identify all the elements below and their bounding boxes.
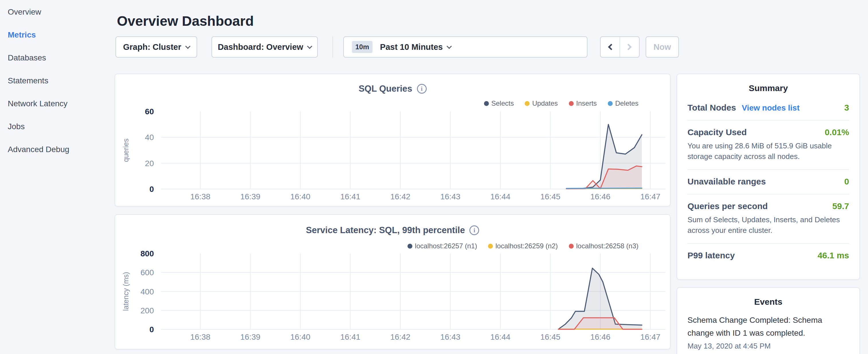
svg-text:16:40: 16:40 bbox=[290, 192, 310, 201]
sidebar-item-overview[interactable]: Overview bbox=[0, 1, 109, 24]
chevron-down-icon bbox=[185, 43, 190, 49]
chevron-down-icon bbox=[307, 43, 312, 49]
summary-row-description: Sum of Selects, Updates, Inserts, and De… bbox=[687, 215, 849, 236]
svg-text:20: 20 bbox=[145, 159, 154, 168]
svg-text:16:46: 16:46 bbox=[590, 332, 610, 342]
summary-row-value: 0.01% bbox=[825, 127, 849, 137]
event-item[interactable]: Schema Change Completed: Schema change w… bbox=[677, 310, 859, 351]
svg-text:60: 60 bbox=[145, 107, 154, 116]
event-text: Schema Change Completed: Schema change w… bbox=[687, 314, 849, 340]
svg-text:16:43: 16:43 bbox=[440, 332, 460, 342]
sidebar-item-jobs[interactable]: Jobs bbox=[0, 115, 109, 138]
sql-queries-chart-panel: SQL Queries i SelectsUpdatesInsertsDelet… bbox=[115, 74, 671, 206]
svg-text:16:40: 16:40 bbox=[290, 332, 310, 342]
svg-text:16:44: 16:44 bbox=[490, 332, 510, 342]
svg-text:16:44: 16:44 bbox=[490, 192, 510, 201]
svg-text:16:47: 16:47 bbox=[640, 332, 660, 342]
time-next-button[interactable] bbox=[620, 37, 639, 57]
summary-row-value: 59.7 bbox=[833, 201, 849, 211]
service-latency-chart[interactable]: 16:3816:3916:4016:4116:4216:4316:4416:45… bbox=[115, 215, 671, 350]
svg-text:16:42: 16:42 bbox=[390, 332, 410, 342]
sidebar-item-databases[interactable]: Databases bbox=[0, 46, 109, 69]
graph-dropdown[interactable]: Graph: Cluster bbox=[116, 36, 197, 58]
svg-text:latency (ms): latency (ms) bbox=[122, 272, 130, 311]
summary-row-label: P99 latency bbox=[687, 251, 735, 260]
events-panel: Events Schema Change Completed: Schema c… bbox=[677, 287, 860, 354]
sidebar-item-metrics[interactable]: Metrics bbox=[0, 24, 109, 46]
sidebar: Overview Metrics Databases Statements Ne… bbox=[0, 0, 109, 354]
summary-row-value: 46.1 ms bbox=[817, 251, 849, 260]
svg-text:200: 200 bbox=[141, 306, 154, 315]
summary-row-label: Capacity Used bbox=[687, 127, 747, 137]
svg-text:16:46: 16:46 bbox=[590, 192, 610, 201]
view-nodes-link[interactable]: View nodes list bbox=[742, 103, 800, 112]
summary-panel: Summary Total Nodes View nodes list 3 Ca… bbox=[677, 74, 860, 280]
time-pager bbox=[600, 36, 640, 58]
svg-text:16:39: 16:39 bbox=[240, 192, 260, 201]
time-range-badge: 10m bbox=[352, 41, 373, 53]
svg-text:600: 600 bbox=[141, 268, 154, 277]
svg-text:400: 400 bbox=[141, 287, 154, 296]
svg-text:16:45: 16:45 bbox=[540, 192, 560, 201]
chevron-down-icon bbox=[447, 43, 452, 49]
svg-text:queries: queries bbox=[122, 139, 130, 162]
summary-row-unavailable-ranges: Unavailable ranges 0 bbox=[687, 170, 849, 194]
service-latency-chart-panel: Service Latency: SQL, 99th percentile i … bbox=[115, 214, 671, 349]
events-heading: Events bbox=[677, 288, 859, 310]
chevron-right-icon bbox=[625, 44, 632, 51]
svg-text:16:42: 16:42 bbox=[390, 192, 410, 201]
sql-queries-chart[interactable]: 16:3816:3916:4016:4116:4216:4316:4416:45… bbox=[115, 74, 671, 207]
summary-row-p99-latency: P99 latency 46.1 ms bbox=[687, 244, 849, 268]
svg-text:0: 0 bbox=[149, 325, 154, 334]
summary-row-description: You are using 28.6 MiB of 515.9 GiB usab… bbox=[687, 141, 849, 162]
time-range-label: Past 10 Minutes bbox=[380, 42, 443, 52]
sidebar-item-advanced-debug[interactable]: Advanced Debug bbox=[0, 138, 109, 161]
app-root: Overview Metrics Databases Statements Ne… bbox=[0, 0, 868, 354]
summary-row-value: 3 bbox=[844, 103, 849, 112]
summary-row-queries-per-second: Queries per second 59.7 Sum of Selects, … bbox=[687, 194, 849, 244]
sidebar-item-statements[interactable]: Statements bbox=[0, 69, 109, 92]
summary-row-value: 0 bbox=[844, 177, 849, 187]
time-range-dropdown[interactable]: 10m Past 10 Minutes bbox=[343, 36, 587, 58]
summary-row-label: Queries per second bbox=[687, 201, 768, 211]
toolbar-divider bbox=[333, 36, 333, 58]
svg-text:16:38: 16:38 bbox=[190, 332, 210, 342]
page-title: Overview Dashboard bbox=[117, 13, 254, 29]
summary-row-capacity-used: Capacity Used 0.01% You are using 28.6 M… bbox=[687, 121, 849, 170]
svg-text:16:41: 16:41 bbox=[340, 192, 360, 201]
svg-text:16:43: 16:43 bbox=[440, 192, 460, 201]
svg-text:16:47: 16:47 bbox=[640, 192, 660, 201]
svg-text:16:39: 16:39 bbox=[240, 332, 260, 342]
graph-dropdown-label: Graph: Cluster bbox=[123, 42, 181, 52]
sidebar-item-network-latency[interactable]: Network Latency bbox=[0, 92, 109, 115]
summary-row-label: Unavailable ranges bbox=[687, 177, 766, 187]
summary-heading: Summary bbox=[677, 74, 859, 96]
summary-row-label: Total Nodes bbox=[687, 103, 736, 112]
event-timestamp: May 13, 2020 at 4:45 PM bbox=[687, 342, 849, 351]
svg-text:16:38: 16:38 bbox=[190, 192, 210, 201]
summary-row-total-nodes: Total Nodes View nodes list 3 bbox=[687, 96, 849, 121]
svg-text:16:41: 16:41 bbox=[340, 332, 360, 342]
dashboard-dropdown[interactable]: Dashboard: Overview bbox=[212, 36, 318, 58]
svg-text:0: 0 bbox=[149, 185, 154, 194]
chevron-left-icon bbox=[608, 44, 615, 51]
dashboard-dropdown-label: Dashboard: Overview bbox=[218, 42, 303, 52]
now-button[interactable]: Now bbox=[646, 36, 679, 58]
time-prev-button[interactable] bbox=[601, 37, 620, 57]
svg-text:40: 40 bbox=[145, 133, 154, 142]
svg-text:800: 800 bbox=[141, 249, 154, 258]
svg-text:16:45: 16:45 bbox=[540, 332, 560, 342]
